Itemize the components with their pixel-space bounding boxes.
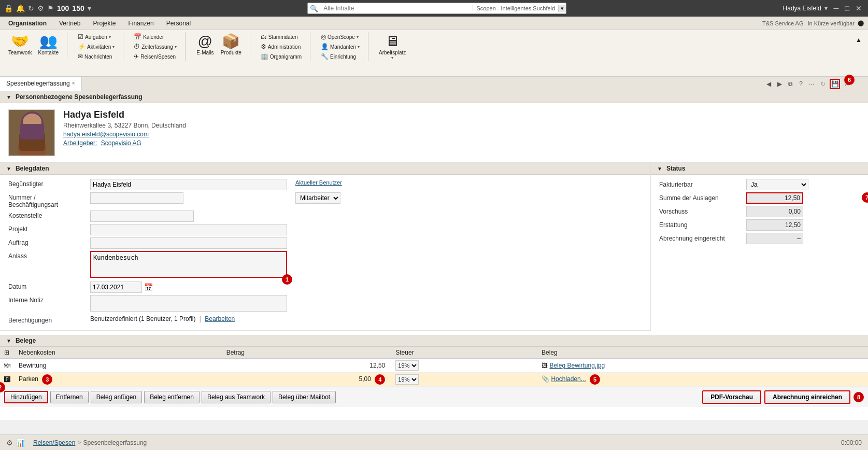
table-row[interactable]: 🅿 Parken 3 5,00 4 19%: [0, 373, 868, 387]
aufgaben-dropdown[interactable]: ▾: [109, 35, 111, 39]
input-datum[interactable]: [90, 282, 142, 293]
btn-hinzufuegen[interactable]: Hinzufügen: [4, 391, 48, 403]
dropdown-arrow-top[interactable]: ▾: [88, 4, 91, 12]
person-section: Hadya Eisfeld Rheinwerkallee 3, 53227 Bo…: [0, 103, 868, 163]
doc-tab-close-icon[interactable]: ×: [72, 80, 75, 86]
status-section-header: ▼ Status: [651, 163, 868, 175]
ribbon-mandanten[interactable]: 👤 Mandanten ▾: [319, 42, 362, 51]
teamwork-icon: 🤝: [11, 34, 29, 49]
aktueller-benutzer-button[interactable]: Aktueller Benutzer: [295, 179, 342, 186]
btn-beleg-entfernen[interactable]: Beleg entfernen: [144, 391, 200, 403]
berechtigungen-value: Benutzerdefiniert (1 Benutzer, 1 Profil): [90, 315, 195, 322]
tab-back-button[interactable]: ◀: [764, 79, 773, 89]
nav-tab-personal[interactable]: Personal: [160, 18, 197, 29]
ribbon-openscope[interactable]: ◎ OpenScope ▾: [319, 32, 362, 41]
ribbon-aktivitaeten[interactable]: ⚡ Aktivitäten ▾: [76, 42, 117, 51]
restore-button[interactable]: □: [843, 4, 851, 12]
person-info: Hadya Eisfeld Rheinwerkallee 3, 53227 Bo…: [63, 109, 186, 156]
ribbon-arbeitsplatz-button[interactable]: 🖥 Arbeitsplatz ▾: [377, 32, 408, 62]
stammdaten-icon: 🗂: [261, 33, 267, 40]
tab-help-button[interactable]: ?: [797, 79, 805, 89]
ribbon-aufgaben[interactable]: ☑ Aufgaben ▾: [76, 32, 117, 41]
doc-tab-spesenbelegerfassung[interactable]: Spesenbelegerfassung ×: [0, 77, 82, 91]
ribbon-kalender[interactable]: 📅 Kalender: [132, 32, 179, 41]
tab-reload-button[interactable]: ↻: [818, 79, 828, 89]
tab-copy-button[interactable]: ⧉: [786, 79, 795, 89]
erstattung-amount: 12,50: [785, 221, 801, 229]
ribbon-teamwork-button[interactable]: 🤝 Teamwork: [6, 32, 34, 58]
control-anlass: Kundenbesuch 1: [90, 251, 287, 279]
input-kostenstelle[interactable]: [90, 210, 194, 222]
search-input[interactable]: [320, 5, 473, 12]
ribbon: 🤝 Teamwork 👥 Kontakte ☑ Aufgaben ▾ ⚡ Akt…: [0, 30, 868, 77]
nav-tab-finanzen[interactable]: Finanzen: [122, 18, 160, 29]
tab-forward-button[interactable]: ▶: [775, 79, 784, 89]
ribbon-einrichtung[interactable]: 🔧 Einrichtung: [319, 52, 362, 61]
label-projekt: Projekt: [8, 224, 86, 233]
beleg-file-link[interactable]: Beleg Bewirtung.jpg: [549, 362, 605, 369]
availability-toggle[interactable]: ⬤: [858, 20, 864, 26]
btn-beleg-ueber-mailbot[interactable]: Beleg über Mailbot: [273, 391, 336, 403]
emails-label: E-Mails: [196, 50, 214, 55]
zeiterfassung-icon: ⏱: [134, 43, 140, 50]
settings-icon[interactable]: ⚙: [37, 4, 44, 12]
nav-tab-projekte[interactable]: Projekte: [87, 18, 122, 29]
btn-abrechnung-einreichen[interactable]: Abrechnung einreichen: [764, 390, 850, 404]
nav-tab-organisation[interactable]: Organisation: [2, 18, 53, 29]
ribbon-organigramm[interactable]: 🏢 Organigramm: [259, 52, 304, 61]
mandanten-dropdown[interactable]: ▾: [358, 45, 360, 49]
calendar-icon[interactable]: 📅: [144, 283, 153, 291]
nachrichten-label: Nachrichten: [84, 54, 112, 60]
minimize-button[interactable]: ─: [832, 4, 841, 12]
ribbon-stammdaten[interactable]: 🗂 Stammdaten: [259, 32, 304, 41]
person-section-toggle[interactable]: ▼: [6, 94, 11, 100]
input-anlass[interactable]: Kundenbesuch: [90, 251, 287, 278]
belegdaten-toggle[interactable]: ▼: [6, 166, 11, 172]
tab-save-button[interactable]: 💾: [830, 79, 840, 89]
ribbon-produkte-button[interactable]: 📦 Produkte: [219, 32, 244, 58]
select-steuer-row1[interactable]: 19%: [395, 360, 419, 371]
user-dropdown-arrow[interactable]: ▾: [824, 5, 828, 12]
select-steuer-row2[interactable]: 19%: [395, 374, 419, 385]
nav-tab-vertrieb[interactable]: Vertrieb: [53, 18, 87, 29]
produkte-label: Produkte: [221, 50, 241, 55]
upload-link[interactable]: Hochladen...: [551, 375, 586, 383]
btn-entfernen[interactable]: Entfernen: [50, 391, 89, 403]
status-toggle[interactable]: ▼: [657, 166, 662, 172]
breadcrumb-reisen[interactable]: Reisen/Spesen: [33, 439, 75, 446]
input-nummer[interactable]: [90, 192, 183, 204]
ribbon-kontakte-button[interactable]: 👥 Kontakte: [36, 32, 61, 58]
ribbon-group-openscope: ◎ OpenScope ▾ 👤 Mandanten ▾ 🔧 Einrichtun…: [317, 32, 368, 61]
btn-beleg-anfuegen[interactable]: Beleg anfügen: [91, 391, 142, 403]
close-button[interactable]: ✕: [853, 4, 864, 12]
bearbeiten-link[interactable]: Bearbeiten: [205, 315, 235, 322]
btn-pdf-vorschau[interactable]: PDF-Vorschau: [702, 390, 761, 404]
ribbon-administration[interactable]: ⚙ Administration: [259, 42, 304, 51]
ribbon-reisen[interactable]: ✈ Reisen/Spesen: [132, 52, 179, 61]
ribbon-nachrichten[interactable]: ✉ Nachrichten: [76, 52, 117, 61]
input-beguenstigter[interactable]: [90, 179, 287, 190]
ribbon-emails-button[interactable]: @ E-Mails: [194, 32, 217, 58]
ribbon-collapse-button[interactable]: ▲: [853, 34, 864, 46]
input-auftrag[interactable]: [90, 237, 287, 249]
aktivitaeten-dropdown[interactable]: ▾: [112, 45, 115, 49]
arbeitsplatz-dropdown[interactable]: ▾: [391, 55, 393, 60]
select-beschaeftigungsart[interactable]: Mitarbeiter: [295, 192, 340, 204]
ribbon-zeiterfassung[interactable]: ⏱ Zeiterfassung ▾: [132, 42, 179, 51]
input-interne-notiz[interactable]: [90, 295, 287, 312]
control-berechtigungen: Benutzerdefiniert (1 Benutzer, 1 Profil)…: [90, 315, 235, 322]
col-header-steuer: Steuer: [391, 347, 537, 359]
btn-beleg-aus-teamwork[interactable]: Beleg aus Teamwork: [202, 391, 271, 403]
select-fakturierbar[interactable]: Ja: [746, 179, 808, 190]
openscope-dropdown[interactable]: ▾: [357, 35, 359, 39]
refresh-icon[interactable]: ↻: [28, 4, 34, 12]
row-nummer: Nummer / Beschäftigungsart Mitarbeiter: [8, 192, 642, 208]
person-email[interactable]: hadya.eisfeld@scopevisio.com: [63, 131, 186, 138]
search-dropdown-arrow[interactable]: ▾: [558, 5, 566, 12]
zeiterfassung-dropdown[interactable]: ▾: [175, 45, 177, 49]
tab-more-button[interactable]: ···: [807, 79, 816, 89]
input-projekt[interactable]: [90, 224, 287, 235]
employer-name[interactable]: Scopevisio AG: [101, 139, 141, 147]
belege-toggle[interactable]: ▼: [6, 338, 11, 344]
aktivitaeten-label: Aktivitäten: [87, 44, 111, 50]
